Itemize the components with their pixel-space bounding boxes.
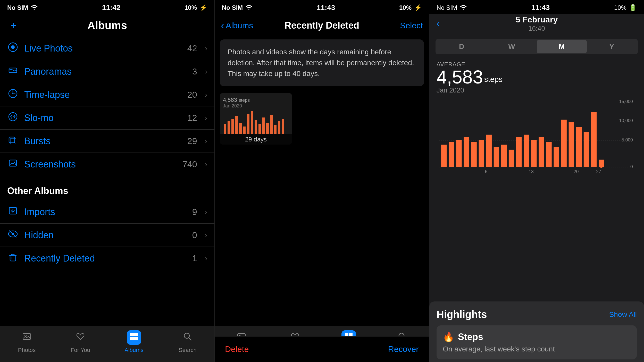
info-text: Photos and videos show the days remainin… [228,48,414,78]
slomo-icon [7,112,19,124]
album-name: Hidden [24,230,187,241]
photo-thumbnail[interactable]: 4,583 steps Jan 2020 [220,93,292,145]
album-name: Live Photos [24,43,182,54]
svg-rect-64 [486,135,492,167]
svg-rect-7 [9,137,15,143]
album-count: 1 [192,253,197,263]
album-name: Time-lapse [24,89,182,100]
list-item[interactable]: Slo-mo 12 › [0,106,214,130]
battery-icon-2: ⚡ [414,4,422,11]
chevron-right-icon: › [205,137,207,145]
battery-icon-3: 🔋 [629,4,637,11]
status-bar-3: No SIM 11:43 10% 🔋 [429,0,644,14]
albums-panel: No SIM 11:42 10% ⚡ + Albums Live Photos … [0,0,215,362]
svg-text:10,000: 10,000 [619,118,633,123]
show-all-button[interactable]: Show All [609,310,637,319]
svg-rect-38 [270,115,273,134]
time-1: 11:42 [102,4,121,12]
foryou-tab-icon [76,332,85,343]
tab-label: Photos [18,347,36,353]
period-tab-y[interactable]: Y [587,40,637,53]
svg-rect-75 [569,122,574,167]
svg-rect-63 [479,140,484,167]
add-album-button[interactable]: + [7,19,20,32]
tab-albums[interactable]: Albums [107,330,161,353]
tab-search[interactable]: Search [161,330,214,353]
svg-rect-70 [531,140,537,167]
fire-icon: 🔥 [443,332,454,342]
svg-rect-20 [130,333,134,336]
svg-rect-67 [509,150,514,167]
recently-deleted-panel: No SIM 11:43 10% ⚡ ‹ Albums Recently Del… [215,0,429,362]
chevron-right-icon: › [205,44,207,53]
svg-rect-44 [345,333,348,336]
album-name: Recently Deleted [24,253,187,264]
mini-chart-svg [222,108,289,137]
svg-rect-30 [239,123,242,134]
list-item[interactable]: Time-lapse 20 › [0,83,214,106]
album-count: 29 [187,136,197,146]
svg-rect-58 [441,145,447,167]
health-date-main: 5 February [516,15,558,24]
tab-foryou[interactable]: For You [54,330,107,353]
tab-photos[interactable]: Photos [0,330,54,353]
svg-rect-9 [9,160,16,166]
days-label: 29 days [220,134,292,145]
highlight-card: 🔥 Steps On average, last week's step cou… [437,325,637,359]
svg-text:6: 6 [485,169,488,174]
svg-rect-23 [134,337,138,340]
health-back-button[interactable]: ‹ [437,18,440,29]
svg-rect-8 [10,138,16,144]
svg-rect-78 [591,112,597,167]
back-to-albums-button[interactable]: ‹ Albums [221,20,253,31]
steps-label: Steps [458,332,483,342]
svg-rect-14 [10,255,16,261]
carrier-1: No SIM [7,4,28,11]
select-button[interactable]: Select [400,21,423,30]
chevron-right-icon: › [205,114,207,122]
delete-button[interactable]: Delete [225,344,249,354]
battery-pct-2: 10% [399,4,412,11]
recover-button[interactable]: Recover [388,344,419,354]
carrier-3: No SIM [437,4,457,11]
svg-rect-28 [231,119,234,134]
list-item[interactable]: Live Photos 42 › [0,37,214,60]
svg-rect-40 [278,121,280,134]
period-tab-m[interactable]: M [537,40,587,53]
period-tab-d[interactable]: D [437,40,487,53]
svg-rect-76 [576,127,582,167]
rd-footer: Delete Recover [215,336,429,362]
chevron-right-icon: › [205,231,207,239]
timelapse-icon [7,89,19,101]
recently-deleted-title: Recently Deleted [285,20,359,31]
list-item[interactable]: Hidden 0 › [0,224,214,247]
bar-chart-svg: 15,000 10,000 5,000 0 [437,99,637,182]
time-3: 11:43 [531,4,550,12]
album-count: 9 [192,207,197,217]
period-tabs: D W M Y [436,39,638,54]
panoramas-icon [7,65,19,78]
tab-label: Albums [124,347,143,353]
other-albums-header: Other Albums [0,176,214,200]
list-item[interactable]: Imports 9 › [0,200,214,224]
list-item[interactable]: Bursts 29 › [0,130,214,153]
live-photos-icon [7,42,19,54]
battery-pct-3: 10% [614,4,626,11]
tab-label: For You [71,347,90,353]
svg-line-25 [189,338,191,340]
svg-text:27: 27 [596,169,601,174]
photo-thumbnail-area: 4,583 steps Jan 2020 [220,93,424,145]
svg-rect-22 [130,337,134,340]
list-item[interactable]: Panoramas 3 › [0,60,214,83]
highlights-title: Highlights [437,309,487,320]
search-tab-icon [183,332,192,343]
status-bar-2: No SIM 11:43 10% ⚡ [215,0,429,14]
list-item[interactable]: Screenshots 740 › [0,153,214,176]
list-item[interactable]: Recently Deleted 1 › [0,247,214,270]
svg-point-5 [9,113,17,121]
svg-text:20: 20 [574,169,579,174]
svg-rect-69 [524,135,529,167]
svg-point-19 [25,335,26,336]
album-count: 12 [187,113,197,123]
period-tab-w[interactable]: W [487,40,537,53]
